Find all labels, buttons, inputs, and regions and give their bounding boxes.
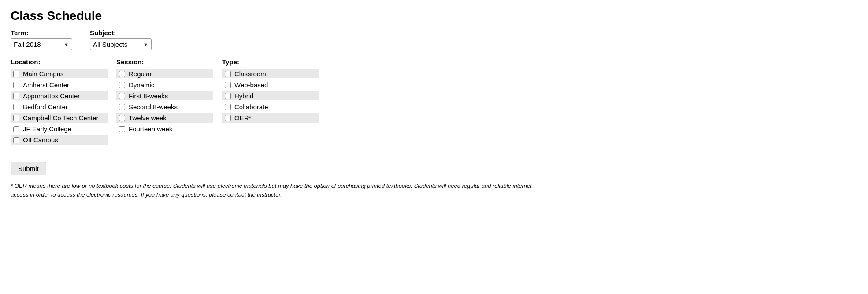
location-campbell-tech-label[interactable]: Campbell Co Tech Center: [23, 114, 98, 122]
type-oer-checkbox[interactable]: [225, 115, 231, 121]
location-appomattox-center[interactable]: Appomattox Center: [11, 91, 108, 100]
session-dynamic-label[interactable]: Dynamic: [129, 81, 154, 89]
location-bedford-center[interactable]: Bedford Center: [11, 102, 108, 112]
type-classroom-checkbox[interactable]: [225, 71, 231, 77]
session-second-8weeks-checkbox[interactable]: [119, 104, 125, 110]
type-web-based[interactable]: Web-based: [222, 80, 319, 89]
location-main-campus-label[interactable]: Main Campus: [23, 70, 64, 78]
subject-label: Subject:: [90, 29, 152, 37]
type-classroom[interactable]: Classroom: [222, 69, 319, 78]
session-first-8weeks-label[interactable]: First 8-weeks: [129, 92, 168, 100]
session-regular-checkbox[interactable]: [119, 71, 125, 77]
session-column: Session: Regular Dynamic First 8-weeks S…: [116, 58, 213, 146]
session-twelve-week-label[interactable]: Twelve week: [129, 114, 167, 122]
subject-field: Subject: All Subjects Accounting Biology…: [90, 29, 152, 50]
session-first-8weeks[interactable]: First 8-weeks: [116, 91, 213, 100]
location-campbell-tech-checkbox[interactable]: [13, 115, 19, 121]
divider: [11, 157, 857, 157]
location-bedford-center-checkbox[interactable]: [13, 104, 19, 110]
session-fourteen-week-checkbox[interactable]: [119, 126, 125, 132]
location-bedford-center-label[interactable]: Bedford Center: [23, 103, 68, 111]
type-hybrid[interactable]: Hybrid: [222, 91, 319, 100]
type-classroom-label[interactable]: Classroom: [234, 70, 266, 78]
term-label: Term:: [11, 29, 72, 37]
session-fourteen-week[interactable]: Fourteen week: [116, 124, 213, 134]
type-hybrid-checkbox[interactable]: [225, 93, 231, 99]
type-web-based-checkbox[interactable]: [225, 82, 231, 88]
session-twelve-week-checkbox[interactable]: [119, 115, 125, 121]
location-column: Location: Main Campus Amherst Center App…: [11, 58, 108, 146]
location-jf-early-college[interactable]: JF Early College: [11, 124, 108, 134]
type-collaborate-checkbox[interactable]: [225, 104, 231, 110]
location-label: Location:: [11, 58, 108, 66]
type-hybrid-label[interactable]: Hybrid: [234, 92, 253, 100]
session-fourteen-week-label[interactable]: Fourteen week: [129, 125, 172, 133]
session-regular-label[interactable]: Regular: [129, 70, 152, 78]
location-off-campus-checkbox[interactable]: [13, 137, 19, 143]
location-main-campus-checkbox[interactable]: [13, 71, 19, 77]
session-second-8weeks[interactable]: Second 8-weeks: [116, 102, 213, 112]
session-second-8weeks-label[interactable]: Second 8-weeks: [129, 103, 178, 111]
location-amherst-center-label[interactable]: Amherst Center: [23, 81, 69, 89]
type-oer-label[interactable]: OER*: [234, 114, 251, 122]
location-appomattox-center-label[interactable]: Appomattox Center: [23, 92, 80, 100]
session-label: Session:: [116, 58, 213, 66]
session-twelve-week[interactable]: Twelve week: [116, 113, 213, 123]
session-regular[interactable]: Regular: [116, 69, 213, 78]
term-field: Term: Fall 2018 Spring 2019 Summer 2019: [11, 29, 72, 50]
location-amherst-center-checkbox[interactable]: [13, 82, 19, 88]
location-amherst-center[interactable]: Amherst Center: [11, 80, 108, 89]
location-appomattox-center-checkbox[interactable]: [13, 93, 19, 99]
location-jf-early-college-label[interactable]: JF Early College: [23, 125, 71, 133]
type-column: Type: Classroom Web-based Hybrid Collabo…: [222, 58, 319, 146]
term-select[interactable]: Fall 2018 Spring 2019 Summer 2019: [11, 38, 72, 50]
location-jf-early-college-checkbox[interactable]: [13, 126, 19, 132]
type-web-based-label[interactable]: Web-based: [234, 81, 268, 89]
type-label: Type:: [222, 58, 319, 66]
filters-section: Location: Main Campus Amherst Center App…: [11, 58, 857, 146]
page-title: Class Schedule: [11, 9, 857, 23]
session-dynamic-checkbox[interactable]: [119, 82, 125, 88]
location-main-campus[interactable]: Main Campus: [11, 69, 108, 78]
top-filters: Term: Fall 2018 Spring 2019 Summer 2019 …: [11, 29, 857, 50]
type-collaborate[interactable]: Collaborate: [222, 102, 319, 112]
term-select-wrapper: Fall 2018 Spring 2019 Summer 2019: [11, 38, 72, 50]
submit-button[interactable]: Submit: [11, 162, 46, 175]
session-dynamic[interactable]: Dynamic: [116, 80, 213, 89]
location-off-campus-label[interactable]: Off Campus: [23, 136, 58, 144]
subject-select[interactable]: All Subjects Accounting Biology Chemistr…: [90, 38, 152, 50]
session-first-8weeks-checkbox[interactable]: [119, 93, 125, 99]
type-collaborate-label[interactable]: Collaborate: [234, 103, 268, 111]
location-campbell-tech[interactable]: Campbell Co Tech Center: [11, 113, 108, 123]
location-off-campus[interactable]: Off Campus: [11, 135, 108, 145]
footnote: * OER means there are low or no textbook…: [11, 182, 539, 199]
subject-select-wrapper: All Subjects Accounting Biology Chemistr…: [90, 38, 152, 50]
type-oer[interactable]: OER*: [222, 113, 319, 123]
